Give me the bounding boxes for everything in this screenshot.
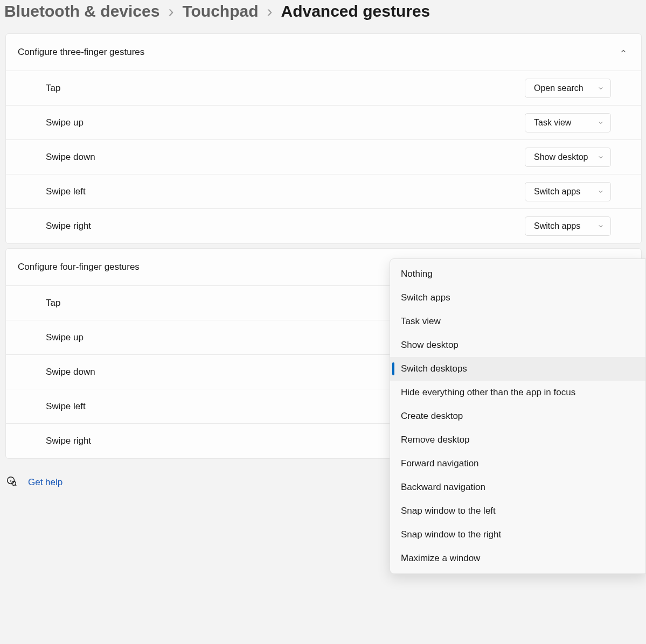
gesture-row-swipe-left: Swipe left Switch apps: [6, 174, 641, 209]
menu-option[interactable]: Maximize a window: [390, 547, 645, 570]
dropdown-value: Show desktop: [534, 152, 588, 162]
breadcrumb: Bluetooth & devices › Touchpad › Advance…: [0, 0, 646, 33]
gesture-label: Swipe left: [46, 186, 86, 197]
menu-option[interactable]: Task view: [390, 310, 645, 333]
gesture-row-swipe-up: Swipe up Task view: [6, 106, 641, 140]
breadcrumb-link-bluetooth[interactable]: Bluetooth & devices: [4, 2, 159, 20]
menu-option[interactable]: Switch apps: [390, 286, 645, 310]
menu-option-selected[interactable]: Switch desktops: [390, 357, 645, 381]
three-finger-header[interactable]: Configure three-finger gestures: [6, 34, 641, 71]
chevron-down-icon: [598, 223, 604, 229]
gesture-row-swipe-down: Swipe down Show desktop: [6, 140, 641, 174]
gesture-label: Swipe right: [46, 436, 91, 446]
gesture-row-tap: Tap Open search: [6, 71, 641, 106]
chevron-down-icon: [598, 154, 604, 160]
chevron-right-icon: ›: [168, 2, 173, 20]
gesture-label: Swipe right: [46, 221, 91, 232]
section-title: Configure three-finger gestures: [18, 47, 144, 58]
menu-option[interactable]: Show desktop: [390, 333, 645, 357]
section-title: Configure four-finger gestures: [18, 262, 140, 272]
gesture-label: Swipe up: [46, 117, 84, 128]
gesture-label: Swipe up: [46, 332, 84, 343]
breadcrumb-current: Advanced gestures: [281, 2, 430, 20]
dropdown-value: Open search: [534, 83, 584, 93]
gesture-dropdown-tap[interactable]: Open search: [525, 79, 611, 98]
menu-option[interactable]: Create desktop: [390, 404, 645, 428]
breadcrumb-link-touchpad[interactable]: Touchpad: [182, 2, 258, 20]
gesture-label: Swipe down: [46, 152, 95, 163]
gesture-label: Swipe down: [46, 367, 95, 377]
menu-option[interactable]: Backward navigation: [390, 475, 645, 499]
menu-option[interactable]: Remove desktop: [390, 428, 645, 452]
gesture-label: Swipe left: [46, 401, 86, 412]
dropdown-value: Task view: [534, 118, 571, 128]
gesture-dropdown-swipe-down[interactable]: Show desktop: [525, 148, 611, 167]
menu-option[interactable]: Nothing: [390, 262, 645, 286]
help-icon: [5, 475, 17, 489]
menu-option[interactable]: Forward navigation: [390, 452, 645, 475]
menu-option[interactable]: Snap window to the left: [390, 499, 645, 523]
gesture-row-swipe-right: Swipe right Switch apps: [6, 209, 641, 243]
gesture-label: Tap: [46, 298, 60, 309]
chevron-down-icon: [598, 120, 604, 126]
gesture-label: Tap: [46, 83, 60, 94]
menu-option[interactable]: Snap window to the right: [390, 523, 645, 547]
gesture-options-menu: Nothing Switch apps Task view Show deskt…: [390, 258, 646, 574]
get-help-link[interactable]: Get help: [28, 477, 62, 488]
chevron-down-icon: [598, 188, 604, 195]
gesture-dropdown-swipe-left[interactable]: Switch apps: [525, 182, 611, 201]
dropdown-value: Switch apps: [534, 221, 580, 231]
chevron-down-icon: [598, 85, 604, 92]
chevron-right-icon: ›: [267, 2, 272, 20]
gesture-dropdown-swipe-right[interactable]: Switch apps: [525, 216, 611, 236]
three-finger-section: Configure three-finger gestures Tap Open…: [5, 33, 642, 244]
dropdown-value: Switch apps: [534, 187, 580, 197]
gesture-dropdown-swipe-up[interactable]: Task view: [525, 113, 611, 132]
chevron-up-icon: [620, 47, 627, 58]
menu-option[interactable]: Hide everything other than the app in fo…: [390, 381, 645, 404]
